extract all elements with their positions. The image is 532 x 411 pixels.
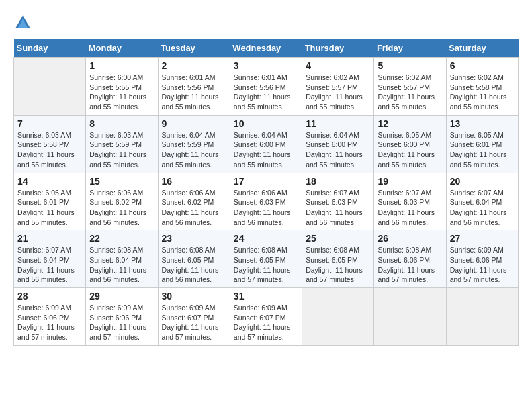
day-info: Sunrise: 6:06 AM Sunset: 6:03 PM Dayligh… (234, 188, 298, 228)
day-number: 27 (450, 233, 515, 244)
day-number: 23 (162, 233, 226, 244)
day-info: Sunrise: 6:04 AM Sunset: 5:59 PM Dayligh… (162, 130, 226, 170)
day-cell: 7Sunrise: 6:03 AM Sunset: 5:58 PM Daylig… (14, 115, 86, 173)
day-number: 2 (162, 60, 226, 71)
day-info: Sunrise: 6:04 AM Sunset: 6:00 PM Dayligh… (234, 130, 298, 170)
logo-icon (13, 13, 32, 32)
day-info: Sunrise: 6:07 AM Sunset: 6:03 PM Dayligh… (306, 188, 370, 228)
day-number: 7 (17, 118, 82, 129)
day-number: 22 (89, 233, 154, 244)
day-number: 19 (378, 176, 442, 187)
week-row-4: 21Sunrise: 6:07 AM Sunset: 6:04 PM Dayli… (14, 230, 519, 288)
day-info: Sunrise: 6:09 AM Sunset: 6:07 PM Dayligh… (162, 303, 226, 342)
day-number: 21 (17, 233, 82, 244)
day-number: 3 (234, 60, 298, 71)
day-cell: 14Sunrise: 6:05 AM Sunset: 6:01 PM Dayli… (14, 173, 86, 230)
day-info: Sunrise: 6:01 AM Sunset: 5:56 PM Dayligh… (162, 73, 226, 112)
day-cell (302, 288, 374, 346)
day-info: Sunrise: 6:02 AM Sunset: 5:57 PM Dayligh… (306, 73, 370, 112)
day-number: 16 (162, 176, 226, 187)
day-number: 4 (306, 60, 370, 71)
day-number: 10 (234, 118, 298, 129)
day-info: Sunrise: 6:01 AM Sunset: 5:56 PM Dayligh… (234, 73, 298, 112)
day-cell: 30Sunrise: 6:09 AM Sunset: 6:07 PM Dayli… (158, 288, 230, 346)
day-info: Sunrise: 6:03 AM Sunset: 5:58 PM Dayligh… (17, 130, 82, 170)
day-number: 13 (450, 118, 515, 129)
day-cell: 18Sunrise: 6:07 AM Sunset: 6:03 PM Dayli… (302, 173, 374, 230)
day-info: Sunrise: 6:08 AM Sunset: 6:06 PM Dayligh… (378, 245, 442, 285)
day-number: 24 (234, 233, 298, 244)
day-cell: 9Sunrise: 6:04 AM Sunset: 5:59 PM Daylig… (158, 115, 230, 173)
day-number: 12 (378, 118, 442, 129)
day-info: Sunrise: 6:05 AM Sunset: 6:01 PM Dayligh… (17, 188, 82, 228)
day-cell: 13Sunrise: 6:05 AM Sunset: 6:01 PM Dayli… (446, 115, 518, 173)
weekday-header-wednesday: Wednesday (230, 39, 302, 58)
day-info: Sunrise: 6:08 AM Sunset: 6:05 PM Dayligh… (162, 245, 226, 285)
day-cell: 8Sunrise: 6:03 AM Sunset: 5:59 PM Daylig… (86, 115, 158, 173)
day-info: Sunrise: 6:07 AM Sunset: 6:04 PM Dayligh… (17, 245, 82, 285)
day-info: Sunrise: 6:05 AM Sunset: 6:00 PM Dayligh… (378, 130, 442, 170)
day-cell: 27Sunrise: 6:09 AM Sunset: 6:06 PM Dayli… (446, 230, 518, 288)
day-number: 17 (234, 176, 298, 187)
day-cell: 26Sunrise: 6:08 AM Sunset: 6:06 PM Dayli… (374, 230, 446, 288)
week-row-1: 1Sunrise: 6:00 AM Sunset: 5:55 PM Daylig… (14, 58, 519, 116)
day-cell: 1Sunrise: 6:00 AM Sunset: 5:55 PM Daylig… (86, 58, 158, 116)
weekday-header-monday: Monday (86, 39, 158, 58)
day-number: 15 (89, 176, 154, 187)
day-info: Sunrise: 6:09 AM Sunset: 6:06 PM Dayligh… (89, 303, 154, 342)
page-header (13, 13, 519, 32)
day-info: Sunrise: 6:09 AM Sunset: 6:07 PM Dayligh… (234, 303, 298, 342)
day-number: 29 (89, 291, 154, 302)
week-row-3: 14Sunrise: 6:05 AM Sunset: 6:01 PM Dayli… (14, 173, 519, 230)
day-number: 6 (450, 60, 515, 71)
day-cell: 10Sunrise: 6:04 AM Sunset: 6:00 PM Dayli… (230, 115, 302, 173)
weekday-header-thursday: Thursday (302, 39, 374, 58)
day-info: Sunrise: 6:08 AM Sunset: 6:05 PM Dayligh… (306, 245, 370, 285)
day-info: Sunrise: 6:08 AM Sunset: 6:05 PM Dayligh… (234, 245, 298, 285)
day-number: 28 (17, 291, 82, 302)
day-cell (14, 58, 86, 116)
day-cell: 22Sunrise: 6:08 AM Sunset: 6:04 PM Dayli… (86, 230, 158, 288)
day-cell: 29Sunrise: 6:09 AM Sunset: 6:06 PM Dayli… (86, 288, 158, 346)
day-cell: 23Sunrise: 6:08 AM Sunset: 6:05 PM Dayli… (158, 230, 230, 288)
day-info: Sunrise: 6:09 AM Sunset: 6:06 PM Dayligh… (17, 303, 82, 342)
day-number: 8 (89, 118, 154, 129)
weekday-header-tuesday: Tuesday (158, 39, 230, 58)
day-cell: 20Sunrise: 6:07 AM Sunset: 6:04 PM Dayli… (446, 173, 518, 230)
day-info: Sunrise: 6:07 AM Sunset: 6:04 PM Dayligh… (450, 188, 515, 228)
day-cell: 17Sunrise: 6:06 AM Sunset: 6:03 PM Dayli… (230, 173, 302, 230)
week-row-2: 7Sunrise: 6:03 AM Sunset: 5:58 PM Daylig… (14, 115, 519, 173)
day-cell: 15Sunrise: 6:06 AM Sunset: 6:02 PM Dayli… (86, 173, 158, 230)
day-cell: 2Sunrise: 6:01 AM Sunset: 5:56 PM Daylig… (158, 58, 230, 116)
day-number: 26 (378, 233, 442, 244)
day-info: Sunrise: 6:06 AM Sunset: 6:02 PM Dayligh… (162, 188, 226, 228)
day-info: Sunrise: 6:05 AM Sunset: 6:01 PM Dayligh… (450, 130, 515, 170)
day-info: Sunrise: 6:09 AM Sunset: 6:06 PM Dayligh… (450, 245, 515, 285)
logo (13, 13, 34, 32)
day-cell: 6Sunrise: 6:02 AM Sunset: 5:58 PM Daylig… (446, 58, 518, 116)
day-info: Sunrise: 6:02 AM Sunset: 5:58 PM Dayligh… (450, 73, 515, 112)
day-cell (374, 288, 446, 346)
day-cell: 12Sunrise: 6:05 AM Sunset: 6:00 PM Dayli… (374, 115, 446, 173)
day-cell: 11Sunrise: 6:04 AM Sunset: 6:00 PM Dayli… (302, 115, 374, 173)
day-cell: 31Sunrise: 6:09 AM Sunset: 6:07 PM Dayli… (230, 288, 302, 346)
day-number: 1 (89, 60, 154, 71)
day-cell: 28Sunrise: 6:09 AM Sunset: 6:06 PM Dayli… (14, 288, 86, 346)
day-cell: 25Sunrise: 6:08 AM Sunset: 6:05 PM Dayli… (302, 230, 374, 288)
day-number: 9 (162, 118, 226, 129)
weekday-header-friday: Friday (374, 39, 446, 58)
day-info: Sunrise: 6:02 AM Sunset: 5:57 PM Dayligh… (378, 73, 442, 112)
day-number: 31 (234, 291, 298, 302)
day-info: Sunrise: 6:04 AM Sunset: 6:00 PM Dayligh… (306, 130, 370, 170)
weekday-header-sunday: Sunday (14, 39, 86, 58)
day-cell: 16Sunrise: 6:06 AM Sunset: 6:02 PM Dayli… (158, 173, 230, 230)
calendar-table: SundayMondayTuesdayWednesdayThursdayFrid… (13, 39, 519, 346)
day-cell: 4Sunrise: 6:02 AM Sunset: 5:57 PM Daylig… (302, 58, 374, 116)
day-info: Sunrise: 6:06 AM Sunset: 6:02 PM Dayligh… (89, 188, 154, 228)
day-cell: 3Sunrise: 6:01 AM Sunset: 5:56 PM Daylig… (230, 58, 302, 116)
week-row-5: 28Sunrise: 6:09 AM Sunset: 6:06 PM Dayli… (14, 288, 519, 346)
day-cell: 24Sunrise: 6:08 AM Sunset: 6:05 PM Dayli… (230, 230, 302, 288)
weekday-header-row: SundayMondayTuesdayWednesdayThursdayFrid… (14, 39, 519, 58)
day-info: Sunrise: 6:08 AM Sunset: 6:04 PM Dayligh… (89, 245, 154, 285)
day-number: 20 (450, 176, 515, 187)
